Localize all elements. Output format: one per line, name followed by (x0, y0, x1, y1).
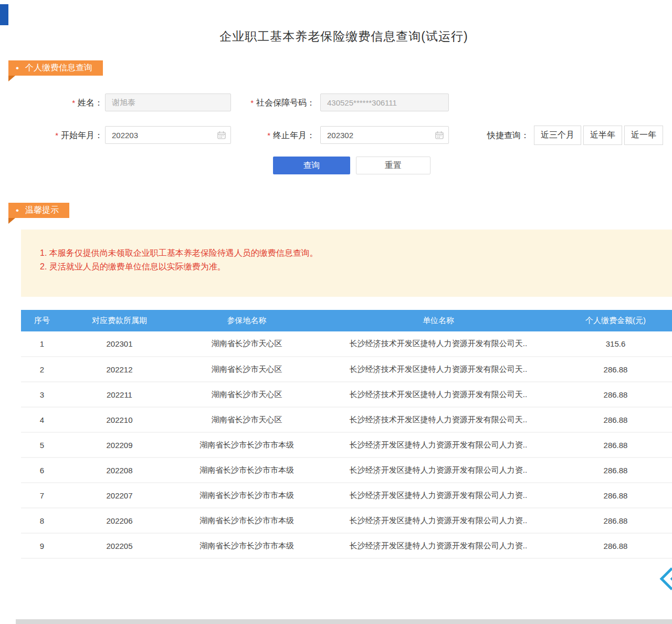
table-cell: 湖南省长沙市长沙市市本级 (176, 508, 318, 533)
bullet-icon: • (16, 206, 19, 215)
main-card: 企业职工基本养老保险缴费信息查询(试运行) • 个人缴费信息查询 *姓名： *社… (16, 0, 672, 624)
table-row: 7202207湖南省长沙市长沙市市本级长沙经济开发区捷特人力资源开发有限公司人力… (21, 483, 672, 508)
col-header-company: 单位名称 (318, 310, 559, 331)
table-cell: 长沙经济开发区捷特人力资源开发有限公司人力资.. (318, 533, 559, 558)
quick-btn-1year[interactable]: 近一年 (624, 126, 663, 145)
quick-query-group: 近三个月 近半年 近一年 (534, 126, 663, 145)
table-row: 1202301湖南省长沙市天心区长沙经济技术开发区捷特人力资源开发有限公司天..… (21, 331, 672, 357)
table-row: 5202209湖南省长沙市长沙市市本级长沙经济开发区捷特人力资源开发有限公司人力… (21, 432, 672, 457)
required-mark: * (72, 98, 75, 107)
tips-line: 2. 灵活就业人员的缴费单位信息以实际缴费为准。 (40, 260, 672, 274)
table-cell: 3 (21, 382, 63, 407)
start-month-label: *开始年月： (37, 130, 103, 141)
col-header-amount: 个人缴费金额(元) (559, 310, 672, 331)
table-cell: 湖南省长沙市长沙市市本级 (176, 432, 318, 457)
table-cell: 286.88 (559, 407, 672, 432)
query-button[interactable]: 查询 (273, 157, 350, 174)
tips-line: 1. 本服务仅提供尚未领取企业职工基本养老保险待遇人员的缴费信息查询。 (40, 246, 672, 260)
col-header-index: 序号 (21, 310, 63, 331)
table-cell: 9 (21, 533, 63, 558)
table-cell: 4 (21, 407, 63, 432)
table-cell: 315.6 (559, 331, 672, 357)
table-cell: 202209 (63, 432, 176, 457)
table-cell: 长沙经济技术开发区捷特人力资源开发有限公司天.. (318, 382, 559, 407)
table-cell: 286.88 (559, 432, 672, 457)
table-cell: 2 (21, 357, 63, 382)
end-month-input[interactable] (320, 126, 449, 144)
table-cell: 8 (21, 508, 63, 533)
table-cell: 长沙经济开发区捷特人力资源开发有限公司人力资.. (318, 457, 559, 483)
ssn-field (320, 93, 449, 111)
reset-button[interactable]: 重置 (356, 157, 430, 174)
table-cell: 6 (21, 457, 63, 483)
name-label: *姓名： (47, 98, 103, 109)
calendar-icon (435, 131, 444, 139)
table-cell: 长沙经济技术开发区捷特人力资源开发有限公司天.. (318, 357, 559, 382)
end-month-picker[interactable] (320, 126, 449, 144)
required-mark: * (55, 131, 58, 140)
col-header-period: 对应费款所属期 (63, 310, 176, 331)
table-cell: 湖南省长沙市天心区 (176, 331, 318, 357)
table-cell: 202301 (63, 331, 176, 357)
table-cell: 202205 (63, 533, 176, 558)
table-cell: 202212 (63, 357, 176, 382)
double-chevron-left-icon[interactable] (657, 566, 672, 591)
tips-box: 1. 本服务仅提供尚未领取企业职工基本养老保险待遇人员的缴费信息查询。 2. 灵… (21, 230, 672, 297)
section-header-tips-label: 温馨提示 (25, 205, 59, 216)
start-month-input[interactable] (105, 126, 231, 144)
bullet-icon: • (16, 64, 19, 72)
table-cell: 长沙经济开发区捷特人力资源开发有限公司人力资.. (318, 483, 559, 508)
table-cell: 长沙经济技术开发区捷特人力资源开发有限公司天.. (318, 407, 559, 432)
required-mark: * (267, 131, 270, 140)
bottom-scrollbar-strip[interactable] (16, 619, 672, 624)
table-row: 2202212湖南省长沙市天心区长沙经济技术开发区捷特人力资源开发有限公司天..… (21, 357, 672, 382)
table-row: 3202211湖南省长沙市天心区长沙经济技术开发区捷特人力资源开发有限公司天..… (21, 382, 672, 407)
table-cell: 286.88 (559, 508, 672, 533)
table-header-row: 序号 对应费款所属期 参保地名称 单位名称 个人缴费金额(元) (21, 310, 672, 331)
section-header-tips: • 温馨提示 (8, 203, 69, 218)
name-field (105, 93, 231, 111)
table-cell: 湖南省长沙市天心区 (176, 407, 318, 432)
table-cell: 202207 (63, 483, 176, 508)
quick-btn-halfyear[interactable]: 近半年 (583, 126, 622, 145)
page: { "page": { "title": "企业职工基本养老保险缴费信息查询(试… (0, 0, 672, 624)
table-cell: 202210 (63, 407, 176, 432)
table-cell: 长沙经济开发区捷特人力资源开发有限公司人力资.. (318, 432, 559, 457)
section-header-query: • 个人缴费信息查询 (8, 60, 103, 76)
table-cell: 286.88 (559, 382, 672, 407)
table-row: 6202208湖南省长沙市长沙市市本级长沙经济开发区捷特人力资源开发有限公司人力… (21, 457, 672, 483)
table-cell: 286.88 (559, 483, 672, 508)
table-row: 9202205湖南省长沙市长沙市市本级长沙经济开发区捷特人力资源开发有限公司人力… (21, 533, 672, 558)
quick-btn-3months[interactable]: 近三个月 (534, 126, 581, 145)
table-cell: 长沙经济技术开发区捷特人力资源开发有限公司天.. (318, 331, 559, 357)
payment-table: 序号 对应费款所属期 参保地名称 单位名称 个人缴费金额(元) 1202301湖… (21, 310, 672, 559)
table-cell: 湖南省长沙市长沙市市本级 (176, 457, 318, 483)
table-cell: 202208 (63, 457, 176, 483)
table-row: 4202210湖南省长沙市天心区长沙经济技术开发区捷特人力资源开发有限公司天..… (21, 407, 672, 432)
table-row: 8202206湖南省长沙市长沙市市本级长沙经济开发区捷特人力资源开发有限公司人力… (21, 508, 672, 533)
table-cell: 湖南省长沙市天心区 (176, 382, 318, 407)
table-cell: 5 (21, 432, 63, 457)
ssn-label: *社会保障号码： (236, 98, 315, 109)
col-header-place: 参保地名称 (176, 310, 318, 331)
page-title: 企业职工基本养老保险缴费信息查询(试运行) (16, 28, 672, 45)
sidebar-collapsed-tab[interactable] (0, 4, 8, 25)
table-cell: 1 (21, 331, 63, 357)
table-cell: 7 (21, 483, 63, 508)
required-mark: * (250, 98, 254, 107)
start-month-picker[interactable] (105, 126, 231, 144)
table-cell: 湖南省长沙市天心区 (176, 357, 318, 382)
table-cell: 286.88 (559, 457, 672, 483)
table-cell: 湖南省长沙市长沙市市本级 (176, 533, 318, 558)
end-month-label: *终止年月： (252, 130, 315, 141)
calendar-icon (217, 131, 226, 139)
table-cell: 长沙经济开发区捷特人力资源开发有限公司人力资.. (318, 508, 559, 533)
table-cell: 湖南省长沙市长沙市市本级 (176, 483, 318, 508)
table-cell: 286.88 (559, 533, 672, 558)
table-cell: 202206 (63, 508, 176, 533)
section-header-query-label: 个人缴费信息查询 (25, 63, 92, 74)
table-cell: 202211 (63, 382, 176, 407)
payment-table-body: 1202301湖南省长沙市天心区长沙经济技术开发区捷特人力资源开发有限公司天..… (21, 331, 672, 558)
table-cell: 286.88 (559, 357, 672, 382)
quick-query-label: 快捷查询： (487, 130, 529, 141)
